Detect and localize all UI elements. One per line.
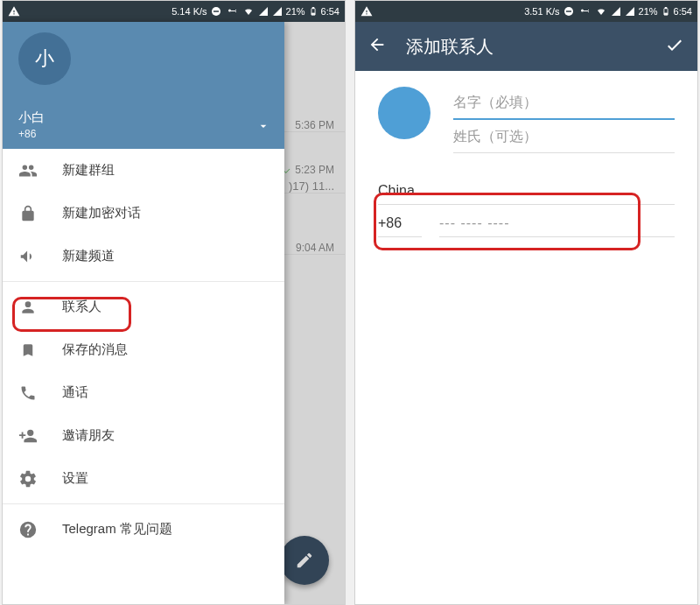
chat-time: 5:23 PM [282,164,334,176]
back-icon[interactable] [368,35,387,58]
signal-icon [611,6,621,17]
vpn-key-icon [225,6,239,17]
add-contact-appbar: 添加联系人 [355,22,697,71]
warning-icon [8,5,20,18]
drawer-item-label: 新建频道 [62,248,115,264]
drawer-calls[interactable]: 通话 [3,371,284,414]
compose-fab[interactable] [280,536,329,585]
svg-rect-9 [664,13,667,15]
drawer-header[interactable]: 小 小白 +86 [3,22,284,149]
user-name: 小白 [18,109,269,126]
status-bar: 3.51 K/s 21% 6:54 [355,1,697,22]
drawer-item-label: 新建加密对话 [62,205,141,222]
bookmark-icon [18,341,38,360]
drawer-item-label: Telegram 常见问题 [62,521,172,538]
last-name-input[interactable] [453,129,675,144]
phone-icon [18,383,38,403]
svg-rect-4 [312,13,314,15]
svg-rect-1 [214,11,219,12]
signal-icon-2 [272,6,283,17]
drawer-faq[interactable]: Telegram 常见问题 [3,508,284,551]
lock-icon [18,204,38,223]
dnd-icon [564,6,574,17]
invite-icon [18,426,38,446]
svg-rect-3 [312,7,314,8]
signal-icon [258,6,269,17]
page-title: 添加联系人 [406,35,645,59]
first-name-field[interactable] [453,87,675,120]
warning-icon [360,5,373,18]
battery-pct: 21% [286,6,305,17]
drawer-item-label: 联系人 [62,299,102,315]
contact-avatar-placeholder[interactable] [378,87,430,139]
chat-time: 9:04 AM [296,242,334,254]
status-bar: 5.14 K/s 21% 6:54 [3,1,345,22]
network-speed: 3.51 K/s [524,6,559,17]
first-name-input[interactable] [453,95,675,110]
chat-time: 5:36 PM [295,119,334,131]
drawer-settings[interactable]: 设置 [3,457,284,500]
country-code-input[interactable]: +86 [378,215,422,237]
clock: 6:54 [674,6,692,17]
battery-icon [309,5,318,18]
drawer-secret-chat[interactable]: 新建加密对话 [3,192,284,235]
drawer-item-label: 设置 [62,470,88,487]
wifi-icon [595,6,607,17]
vpn-key-icon [578,6,592,17]
drawer-item-label: 通话 [62,384,88,401]
chat-preview: )17) 11... [289,179,334,193]
drawer-contacts[interactable]: 联系人 [3,285,284,328]
drawer-item-label: 保存的消息 [62,341,128,358]
drawer-new-channel[interactable]: 新建频道 [3,235,284,278]
navigation-drawer: 小 小白 +86 新建群组 新建加密对话 新建频道 联系人 [3,22,284,604]
signal-icon-2 [625,6,635,17]
svg-rect-8 [665,7,667,8]
gear-icon [18,469,38,489]
network-speed: 5.14 K/s [172,6,206,17]
wifi-icon [242,6,255,17]
megaphone-icon [18,247,38,266]
group-icon [18,161,38,180]
drawer-saved-messages[interactable]: 保存的消息 [3,328,284,371]
country-selector[interactable]: China [378,183,675,205]
drawer-item-label: 新建群组 [62,162,115,179]
contact-icon [18,298,38,317]
drawer-invite[interactable]: 邀请朋友 [3,414,284,457]
svg-rect-6 [566,11,571,12]
confirm-icon[interactable] [664,34,685,59]
user-avatar[interactable]: 小 [18,32,71,85]
chevron-down-icon[interactable] [256,119,270,137]
divider [3,281,284,282]
battery-icon [662,5,670,18]
user-phone: +86 [18,128,269,140]
clock: 6:54 [321,6,340,17]
phone-number-input[interactable]: --- ---- ---- [439,215,675,237]
last-name-field[interactable] [453,120,675,153]
help-icon [18,520,38,539]
drawer-item-label: 邀请朋友 [62,427,115,444]
battery-pct: 21% [639,6,658,17]
divider [3,503,284,504]
drawer-new-group[interactable]: 新建群组 [3,149,284,192]
dnd-icon [211,6,221,17]
